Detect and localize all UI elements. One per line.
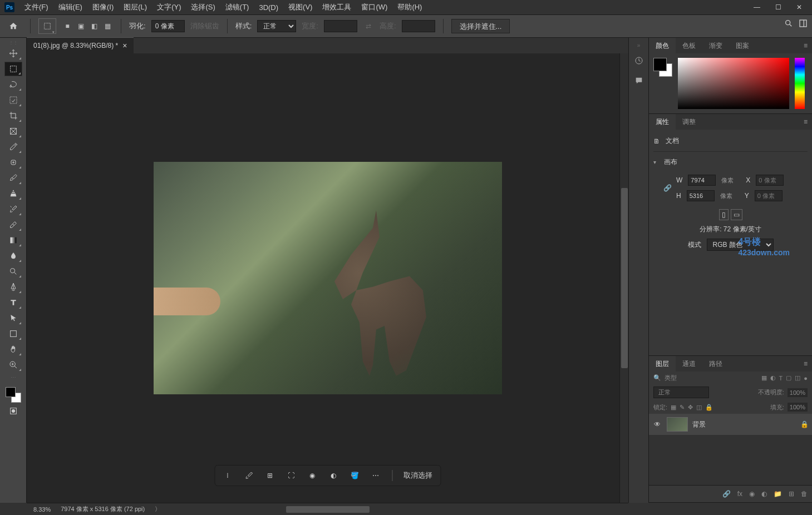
lock-all-icon[interactable]: 🔒 [705,404,713,411]
height-input[interactable] [687,190,715,201]
select-and-mask-button[interactable]: 选择并遮住... [451,19,510,33]
ctx-brush-icon[interactable] [244,471,254,481]
maximize-icon[interactable]: ☐ [770,2,786,13]
marquee-tool[interactable] [4,62,22,76]
filter-type-icon[interactable]: T [779,375,783,382]
zoom-level[interactable]: 8.33% [33,506,51,513]
add-selection-icon[interactable]: ▣ [75,21,86,32]
deselect-button[interactable]: 取消选择 [403,471,432,481]
filter-pixel-icon[interactable]: ▦ [761,374,767,382]
menu-3d[interactable]: 3D(D) [254,1,283,14]
tab-layers[interactable]: 图层 [649,356,676,372]
menu-file[interactable]: 文件(F) [20,0,53,14]
x-input[interactable] [756,175,784,186]
panel-menu-icon[interactable]: ≡ [799,42,812,49]
ctx-grip-icon[interactable]: ⁞ [223,471,233,481]
brush-tool[interactable] [4,171,22,185]
quick-mask-icon[interactable] [4,404,22,418]
lock-move-icon[interactable]: ✥ [688,404,693,411]
tab-color[interactable]: 颜色 [649,38,676,54]
healing-tool[interactable] [4,155,22,170]
hue-slider[interactable] [795,58,805,109]
opacity-value[interactable]: 100% [788,388,808,397]
layer-fx-icon[interactable]: fx [737,490,742,498]
tab-channels[interactable]: 通道 [676,356,702,372]
filter-toggle-icon[interactable]: ● [804,375,808,382]
shape-tool[interactable] [4,326,22,341]
blend-mode-select[interactable]: 正常 [653,387,709,398]
doc-dimensions[interactable]: 7974 像素 x 5316 像素 (72 ppi) [61,505,145,513]
style-select[interactable]: 正常 [257,20,296,32]
vertical-scrollbar[interactable] [619,53,628,503]
foreground-color[interactable] [6,387,16,397]
scrollbar-thumb[interactable] [621,188,628,368]
toolbox-grip[interactable]: ⋮⋮ [9,40,18,45]
layer-lock-icon[interactable]: 🔒 [800,420,809,428]
tab-patterns[interactable]: 图案 [729,38,756,54]
new-group-icon[interactable]: 📁 [774,490,782,498]
status-chevron-icon[interactable]: 〉 [155,505,161,513]
chevron-down-icon[interactable]: ▾ [653,159,656,165]
menu-edit[interactable]: 编辑(E) [54,0,87,14]
menu-filter[interactable]: 滤镜(T) [221,0,254,14]
intersect-selection-icon[interactable]: ▦ [102,21,113,32]
fill-value[interactable]: 100% [788,403,808,412]
color-swatch[interactable] [6,387,21,403]
ctx-add-icon[interactable]: ⊞ [265,471,275,481]
ctx-more-icon[interactable]: ⋯ [371,471,381,481]
edit-toolbar-icon[interactable]: ⋯ [11,374,16,380]
layer-name[interactable]: 背景 [692,420,706,429]
tool-preset-icon[interactable] [38,18,56,34]
minimize-icon[interactable]: — [749,2,765,13]
tab-adjustments[interactable]: 调整 [676,114,702,130]
color-swatch-pair[interactable] [653,58,672,77]
history-brush-tool[interactable] [4,202,22,216]
ctx-fill-icon[interactable]: 🪣 [350,471,360,481]
search-icon[interactable] [784,19,793,29]
eraser-tool[interactable] [4,217,22,232]
lock-position-icon[interactable]: ✎ [680,404,685,411]
ctx-mask-icon[interactable]: ◉ [307,471,317,481]
feather-input[interactable] [151,20,185,32]
new-selection-icon[interactable]: ■ [62,21,73,32]
landscape-icon[interactable]: ▭ [731,209,742,220]
lasso-tool[interactable] [4,77,22,92]
adjustment-layer-icon[interactable]: ◐ [761,490,767,498]
panel-menu-icon[interactable]: ≡ [799,118,812,126]
menu-view[interactable]: 视图(V) [284,0,317,14]
path-select-tool[interactable] [4,311,22,325]
dodge-tool[interactable] [4,264,22,279]
menu-plugins[interactable]: 增效工具 [318,0,356,14]
gradient-tool[interactable] [4,233,22,247]
menu-layer[interactable]: 图层(L) [119,0,151,14]
lock-artboard-icon[interactable]: ◫ [696,404,702,411]
layer-thumbnail[interactable] [667,417,688,432]
tab-close-icon[interactable]: × [122,41,127,50]
color-field[interactable] [678,58,789,109]
subtract-selection-icon[interactable]: ◧ [88,21,100,32]
crop-tool[interactable] [4,108,22,123]
pen-tool[interactable] [4,280,22,294]
tab-properties[interactable]: 属性 [649,114,676,130]
tab-paths[interactable]: 路径 [702,356,729,372]
hand-tool[interactable] [4,342,22,356]
portrait-icon[interactable]: ▯ [719,209,729,220]
filter-shape-icon[interactable]: ▢ [786,374,791,382]
frame-tool[interactable] [4,124,22,138]
close-icon[interactable]: ✕ [791,2,808,13]
link-dims-icon[interactable]: 🔗 [663,184,672,192]
home-icon[interactable] [4,17,22,35]
tab-gradients[interactable]: 渐变 [702,38,729,54]
move-tool[interactable] [4,46,22,61]
history-panel-icon[interactable] [631,53,647,68]
image-selection-marquee[interactable] [293,201,460,379]
workspace-icon[interactable] [799,19,808,29]
menu-image[interactable]: 图像(I) [88,0,118,14]
menu-type[interactable]: 文字(Y) [152,0,185,14]
search-icon[interactable]: 🔍 [653,374,661,382]
link-layers-icon[interactable]: 🔗 [722,490,731,498]
width-input[interactable] [688,175,716,186]
delete-layer-icon[interactable]: 🗑 [801,490,808,498]
layer-visibility-icon[interactable]: 👁 [652,419,662,429]
filter-adjust-icon[interactable]: ◐ [770,374,776,382]
